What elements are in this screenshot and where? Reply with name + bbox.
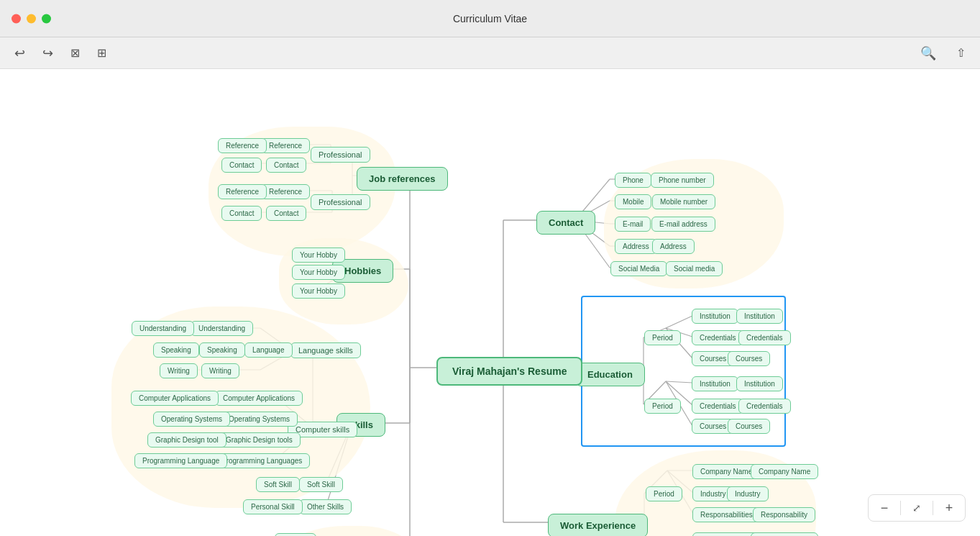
- we-resp1-val-node[interactable]: Responsability: [753, 507, 815, 522]
- contact1a-node[interactable]: Contact: [221, 158, 262, 173]
- edu-inst2-node[interactable]: Institution: [692, 376, 738, 391]
- ref1a-node[interactable]: Reference: [218, 138, 267, 153]
- edu-cred2-val-node[interactable]: Credentials: [738, 399, 791, 414]
- ref2a-node[interactable]: Reference: [218, 184, 267, 199]
- contact2a-node[interactable]: Contact: [221, 206, 262, 221]
- ref1-node[interactable]: Reference: [261, 138, 310, 153]
- search-button[interactable]: 🔍: [917, 42, 939, 64]
- prog-lang-node[interactable]: Programming Languages: [214, 453, 310, 468]
- social-media-node[interactable]: Social Media: [610, 261, 667, 276]
- canvas: Viraj Mahajan's Resume Job references Pr…: [0, 69, 980, 536]
- undo-button[interactable]: ↩: [12, 42, 28, 64]
- prof1-node[interactable]: Professional: [311, 147, 370, 163]
- toolbar: ↩ ↪ ⊠ ⊞ 🔍 ⇧: [0, 37, 980, 69]
- zoom-controls: − ⤢ +: [868, 494, 966, 522]
- email-node[interactable]: E-mail: [615, 217, 651, 232]
- work-experience-node[interactable]: Work Experience: [548, 514, 648, 536]
- soft-skill-a-node[interactable]: Soft Skill: [299, 477, 343, 492]
- phone-node[interactable]: Phone: [615, 173, 651, 188]
- address-val-node[interactable]: Address: [652, 239, 695, 254]
- zoom-divider2: [933, 501, 933, 515]
- comp-app-node[interactable]: Computer Applications: [215, 391, 303, 406]
- gd-tool-node[interactable]: Graphic Design tools: [218, 432, 301, 448]
- tool1-button[interactable]: ⊠: [68, 43, 83, 63]
- contact1-node[interactable]: Contact: [266, 158, 306, 173]
- personal-skill-node[interactable]: Personal Skill: [243, 499, 303, 514]
- writing-a-node[interactable]: Writing: [160, 363, 198, 378]
- zoom-divider: [900, 501, 901, 515]
- hobby3-node[interactable]: Your Hobby: [292, 283, 345, 299]
- comp-app-a-node[interactable]: Computer Applications: [131, 391, 219, 406]
- gd-tool-a-node[interactable]: Graphic Design tool: [147, 432, 226, 448]
- edu-inst2-val-node[interactable]: Institution: [736, 376, 783, 391]
- phone-num-node[interactable]: Phone number: [651, 173, 714, 188]
- other-skills-node[interactable]: Other Skills: [299, 499, 352, 514]
- op-sys-node[interactable]: Operating Systems: [221, 412, 298, 427]
- ref2-node[interactable]: Reference: [261, 184, 310, 199]
- hobby1-node[interactable]: Your Hobby: [292, 247, 345, 263]
- zoom-out-button[interactable]: −: [874, 498, 894, 518]
- prog-lang-a-node[interactable]: Programming Language: [134, 453, 227, 468]
- close-button[interactable]: [12, 14, 21, 23]
- mobile-num-node[interactable]: Mobile number: [652, 194, 715, 209]
- toolbar-right: 🔍 ⇧: [917, 42, 968, 64]
- we-industry1-val-node[interactable]: Industry: [727, 486, 769, 501]
- we-company1-val-node[interactable]: Company Name: [751, 464, 818, 479]
- we-company2-val-node[interactable]: Company Name: [751, 532, 818, 536]
- education-node[interactable]: Education: [575, 363, 645, 386]
- titlebar: Curriculum Vitae: [0, 0, 980, 37]
- op-sys-a-node[interactable]: Operating Systems: [153, 412, 230, 427]
- job-references-node[interactable]: Job references: [357, 167, 448, 191]
- edu-cred1-val-node[interactable]: Credentials: [738, 330, 791, 345]
- understanding-node[interactable]: Understanding: [191, 321, 253, 336]
- svg-line-82: [666, 316, 692, 328]
- address-node[interactable]: Address: [615, 239, 657, 254]
- export-button[interactable]: ⇧: [953, 42, 968, 64]
- maximize-button[interactable]: [42, 14, 51, 23]
- edu-period1-node[interactable]: Period: [644, 330, 681, 345]
- window-title: Curriculum Vitae: [453, 13, 527, 24]
- speaking-a-node[interactable]: Speaking: [153, 342, 199, 358]
- edu-cred2-node[interactable]: Credentials: [692, 399, 744, 414]
- writing-node[interactable]: Writing: [201, 363, 239, 378]
- email-addr-node[interactable]: E-mail address: [651, 217, 715, 232]
- lang-skills-node[interactable]: Language skills: [290, 342, 361, 358]
- minimize-button[interactable]: [27, 14, 36, 23]
- svg-line-91: [666, 381, 692, 383]
- understanding-a-node[interactable]: Understanding: [132, 321, 194, 336]
- edu-courses1-val-node[interactable]: Courses: [728, 351, 770, 366]
- we-resp1-node[interactable]: Responsabilities: [692, 507, 761, 522]
- edu-inst1-val-node[interactable]: Institution: [736, 309, 783, 324]
- center-node[interactable]: Viraj Mahajan's Resume: [436, 357, 582, 386]
- edu-cred1-node[interactable]: Credentials: [692, 330, 744, 345]
- hobby2-node[interactable]: Your Hobby: [292, 265, 345, 280]
- edu-period2-node[interactable]: Period: [644, 399, 681, 414]
- training1-node[interactable]: Training: [275, 533, 316, 536]
- contact2-node[interactable]: Contact: [266, 206, 306, 221]
- prof2-node[interactable]: Professional: [311, 194, 370, 210]
- redo-button[interactable]: ↪: [40, 42, 56, 64]
- soft-skill-node[interactable]: Soft Skill: [256, 477, 300, 492]
- language-node[interactable]: Language: [244, 342, 293, 358]
- zoom-fit-button[interactable]: ⤢: [907, 498, 927, 518]
- contact-node[interactable]: Contact: [536, 211, 595, 235]
- social-media-val-node[interactable]: Social media: [666, 261, 723, 276]
- speaking-node[interactable]: Speaking: [199, 342, 245, 358]
- edu-inst1-node[interactable]: Institution: [692, 309, 738, 324]
- tool2-button[interactable]: ⊞: [94, 43, 109, 63]
- mobile-node[interactable]: Mobile: [615, 194, 651, 209]
- we-period1-node[interactable]: Period: [646, 486, 682, 501]
- edu-courses2-val-node[interactable]: Courses: [728, 419, 770, 434]
- zoom-in-button[interactable]: +: [939, 498, 959, 518]
- traffic-lights: [12, 14, 51, 23]
